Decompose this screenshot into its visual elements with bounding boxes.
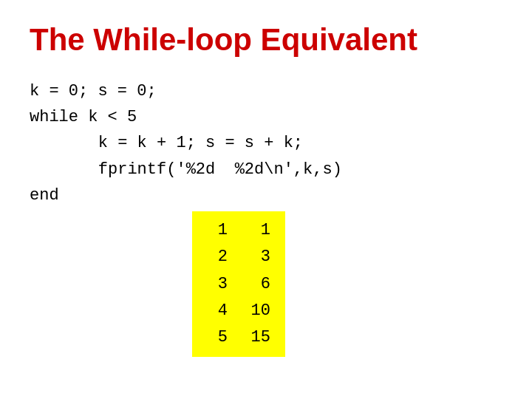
col2: 1 <box>250 217 270 244</box>
slide-title: The While-loop Equivalent <box>30 22 502 58</box>
table-row: 36 <box>207 271 270 298</box>
slide: The While-loop Equivalent k = 0; s = 0; … <box>0 0 532 399</box>
col2: 3 <box>250 244 270 270</box>
col1: 5 <box>207 324 228 351</box>
code-line-3: k = k + 1; s = s + k; <box>30 130 502 156</box>
code-line-1: k = 0; s = 0; <box>30 78 502 104</box>
col1: 4 <box>207 298 228 324</box>
table-row: 23 <box>207 244 270 270</box>
col1: 3 <box>207 271 228 298</box>
table-row: 410 <box>207 298 270 324</box>
code-block: k = 0; s = 0; while k < 5 k = k + 1; s =… <box>30 78 502 208</box>
output-table: 112336410515 <box>192 211 285 357</box>
col1: 1 <box>207 217 228 244</box>
code-line-5: end <box>30 183 502 208</box>
table-row: 11 <box>207 217 270 244</box>
col1: 2 <box>207 244 228 270</box>
col2: 15 <box>250 324 270 351</box>
col2: 6 <box>250 271 270 298</box>
code-line-4: fprintf('%2d %2d\n',k,s) <box>30 157 502 183</box>
col2: 10 <box>250 298 270 324</box>
code-line-2: while k < 5 <box>30 104 502 130</box>
table-row: 515 <box>207 324 270 351</box>
